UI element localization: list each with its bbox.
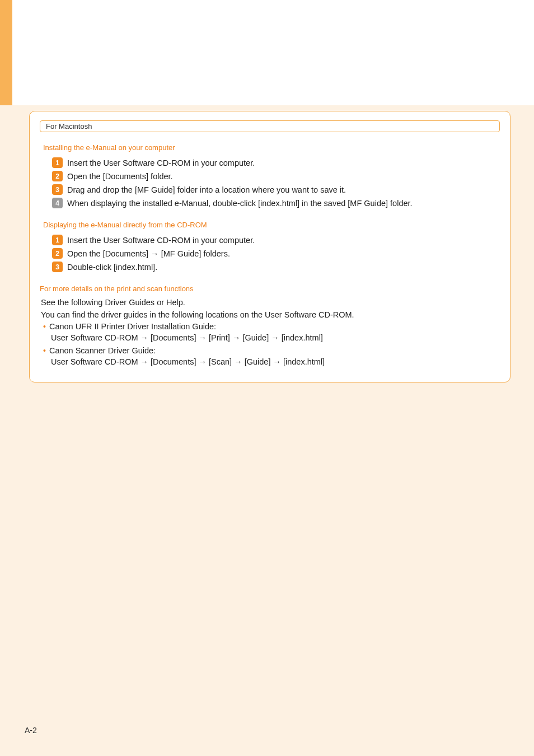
install-step: 3 Drag and drop the [MF Guide] folder in… — [52, 184, 500, 195]
bullet-icon: • — [43, 346, 46, 357]
details-intro-1: See the following Driver Guides or Help. — [41, 297, 500, 309]
bullet-sub: User Software CD-ROM → [Documents] → [Pr… — [51, 333, 500, 344]
bullet-sub: User Software CD-ROM → [Documents] → [Sc… — [51, 357, 500, 368]
display-steps: 1 Insert the User Software CD-ROM in you… — [52, 235, 500, 272]
content-area: For Macintosh Installing the e-Manual on… — [0, 105, 534, 382]
install-step: 2 Open the [Documents] folder. — [52, 171, 500, 181]
install-step: 4 When displaying the installed e-Manual… — [52, 198, 500, 208]
step-text: Open the [Documents] → [MF Guide] folder… — [67, 249, 230, 258]
install-steps: 1 Insert the User Software CD-ROM in you… — [52, 157, 500, 208]
install-step: 1 Insert the User Software CD-ROM in you… — [52, 157, 500, 168]
step-number-icon: 3 — [52, 262, 63, 272]
bullet-head: Canon UFR II Printer Driver Installation… — [49, 321, 216, 333]
details-intro-2: You can find the driver guides in the fo… — [41, 310, 500, 321]
step-number-icon: 2 — [52, 171, 63, 181]
platform-tag: For Macintosh — [40, 120, 500, 132]
top-white-area — [12, 0, 534, 105]
step-text: Double-click [index.html]. — [67, 263, 157, 272]
step-text: When displaying the installed e-Manual, … — [67, 199, 413, 208]
display-step: 3 Double-click [index.html]. — [52, 262, 500, 272]
display-section-title: Displaying the e-Manual directly from th… — [43, 221, 500, 229]
install-section-title: Installing the e-Manual on your computer — [43, 143, 500, 152]
step-text: Insert the User Software CD-ROM in your … — [67, 158, 255, 167]
details-bullet: • Canon Scanner Driver Guide: — [43, 346, 500, 357]
bullet-head: Canon Scanner Driver Guide: — [49, 346, 156, 357]
step-number-icon: 4 — [52, 198, 63, 208]
left-accent-bar — [0, 0, 12, 105]
step-text: Open the [Documents] folder. — [67, 172, 173, 181]
step-text: Insert the User Software CD-ROM in your … — [67, 236, 255, 245]
step-text: Drag and drop the [MF Guide] folder into… — [67, 185, 346, 194]
step-number-icon: 1 — [52, 157, 63, 168]
step-number-icon: 1 — [52, 235, 63, 245]
display-step: 2 Open the [Documents] → [MF Guide] fold… — [52, 248, 500, 259]
step-number-icon: 2 — [52, 248, 63, 259]
details-bullet: • Canon UFR II Printer Driver Installati… — [43, 321, 500, 333]
step-number-icon: 3 — [52, 184, 63, 195]
page-number: A-2 — [25, 726, 37, 735]
instruction-panel: For Macintosh Installing the e-Manual on… — [29, 111, 510, 382]
bullet-icon: • — [43, 321, 46, 333]
display-step: 1 Insert the User Software CD-ROM in you… — [52, 235, 500, 245]
details-section-title: For more details on the print and scan f… — [40, 284, 500, 293]
